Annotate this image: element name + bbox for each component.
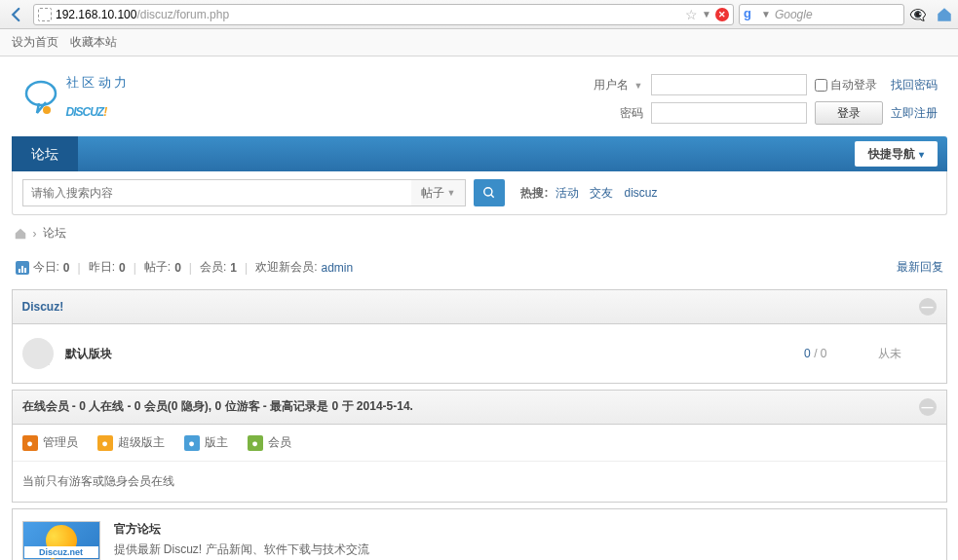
favorite-site-link[interactable]: 收藏本站: [70, 34, 117, 51]
hot-search: 热搜: 活动 交友 discuz: [520, 185, 661, 202]
find-password-link[interactable]: 找回密码: [891, 77, 938, 93]
register-link[interactable]: 立即注册: [891, 105, 938, 122]
mod-icon: ●: [184, 435, 200, 451]
set-homepage-link[interactable]: 设为首页: [12, 34, 58, 51]
search-button[interactable]: [474, 179, 505, 206]
browser-toolbar: 192.168.10.100/discuz/forum.php ☆ ▼ ✕ ▼ …: [0, 0, 958, 29]
official-panel: Discuz.net 官方论坛 提供最新 Discuz! 产品新闻、软件下载与技…: [12, 508, 947, 560]
home-icon[interactable]: [14, 227, 27, 241]
svg-point-2: [484, 188, 492, 196]
admin-icon: ●: [22, 435, 38, 451]
search-placeholder: Google: [775, 8, 900, 21]
online-header: 在线会员 - 0 人在线 - 0 会员(0 隐身), 0 位游客 - 最高记录是…: [13, 391, 946, 425]
browser-back-button[interactable]: [5, 3, 28, 26]
binoculars-icon[interactable]: 👁‍🗨: [909, 7, 926, 22]
bookmark-star-icon[interactable]: ☆: [685, 7, 698, 22]
browser-search[interactable]: ▼ Google: [739, 4, 904, 25]
engine-dropdown-icon[interactable]: ▼: [761, 9, 771, 19]
username-input[interactable]: [651, 74, 807, 95]
forum-last-post: 从未: [878, 346, 937, 362]
forum-name-link[interactable]: 默认版块: [65, 346, 793, 362]
login-button[interactable]: 登录: [815, 101, 883, 125]
collapse-icon[interactable]: —: [919, 298, 937, 316]
online-legend: ●管理员 ●超级版主 ●版主 ●会员: [13, 425, 946, 461]
auto-login-checkbox[interactable]: 自动登录: [815, 77, 883, 93]
password-label: 密码: [594, 105, 642, 122]
site-identity-icon: [38, 8, 52, 21]
forum-section: Discuz! — 默认版块 0 / 0 从未: [12, 289, 947, 384]
url-text: 192.168.10.100/discuz/forum.php: [56, 7, 681, 21]
online-panel: 在线会员 - 0 人在线 - 0 会员(0 隐身), 0 位游客 - 最高记录是…: [12, 390, 947, 503]
search-type-dropdown[interactable]: 帖子 ▼: [411, 179, 467, 206]
login-form: 用户名 ▼ 自动登录 找回密码 密码 登录 立即注册: [594, 74, 937, 125]
legend-supermod: ●超级版主: [97, 434, 165, 451]
url-dropdown-icon[interactable]: ▼: [702, 9, 711, 19]
url-bar[interactable]: 192.168.10.100/discuz/forum.php ☆ ▼ ✕: [33, 4, 734, 25]
hot-link[interactable]: 活动: [556, 186, 579, 200]
section-header: Discuz! —: [13, 290, 946, 324]
breadcrumb-separator: ›: [33, 227, 37, 241]
logo-text: DISCUZ!: [66, 92, 128, 123]
search-bar: 帖子 ▼ 热搜: 活动 交友 discuz: [12, 171, 947, 215]
legend-member: ●会员: [248, 434, 291, 451]
main-nav: 论坛 快捷导航 ▾: [12, 136, 947, 171]
quick-nav-button[interactable]: 快捷导航 ▾: [855, 141, 938, 167]
official-forum-desc: 提供最新 Discuz! 产品新闻、软件下载与技术交流: [114, 541, 369, 558]
google-icon: [744, 8, 757, 21]
breadcrumb: › 论坛: [12, 215, 947, 251]
official-forum-link[interactable]: 官方论坛: [114, 522, 161, 536]
forum-search-input[interactable]: [22, 179, 412, 206]
legend-mod: ●版主: [184, 434, 228, 451]
newest-member-link[interactable]: admin: [321, 261, 353, 275]
username-label: 用户名 ▼: [594, 77, 642, 93]
official-image-label: Discuz.net: [24, 546, 98, 558]
forum-row: 默认版块 0 / 0 从未: [13, 324, 946, 383]
online-message: 当前只有游客或隐身会员在线: [13, 461, 946, 502]
supermod-icon: ●: [97, 435, 113, 451]
stats-icon[interactable]: [16, 261, 29, 275]
password-input[interactable]: [651, 102, 807, 124]
official-forum-image[interactable]: Discuz.net: [22, 521, 100, 560]
nav-tab-forum[interactable]: 论坛: [12, 136, 78, 171]
browser-home-icon[interactable]: [936, 6, 953, 23]
forum-stats: 今日: 0 | 昨日: 0 | 帖子: 0 | 会员: 1 | 欢迎新会员: a…: [12, 251, 947, 283]
hot-link[interactable]: 交友: [590, 186, 613, 200]
site-header: 社 区 动 力 DISCUZ! 用户名 ▼ 自动登录 找回密码 密码 登录 立即…: [12, 56, 947, 136]
section-title[interactable]: Discuz!: [22, 300, 64, 314]
collapse-icon[interactable]: —: [919, 398, 937, 416]
breadcrumb-current: 论坛: [43, 225, 66, 242]
site-toolbar: 设为首页 收藏本站: [0, 29, 958, 56]
svg-point-0: [26, 82, 56, 105]
forum-bubble-icon: [22, 338, 54, 369]
latest-replies-link[interactable]: 最新回复: [897, 259, 943, 276]
legend-admin: ●管理员: [22, 434, 78, 451]
hot-link[interactable]: discuz: [624, 186, 657, 200]
svg-point-1: [43, 106, 51, 114]
forum-counts: 0 / 0: [804, 347, 826, 360]
stop-icon[interactable]: ✕: [715, 8, 729, 21]
logo[interactable]: 社 区 动 力 DISCUZ!: [21, 74, 594, 125]
member-icon: ●: [248, 435, 263, 451]
logo-subtitle: 社 区 动 力: [66, 74, 128, 92]
